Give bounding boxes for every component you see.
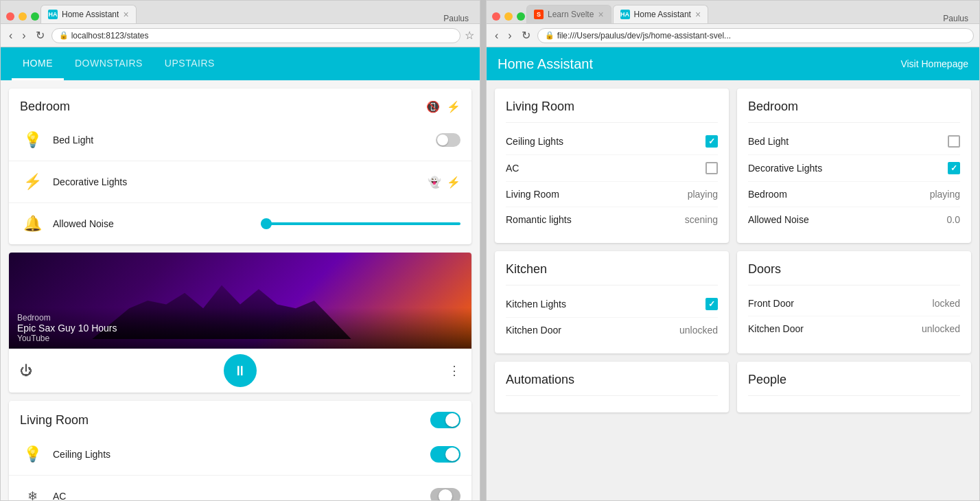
address-bar-left[interactable]: 🔒 localhost:8123/states	[51, 28, 460, 43]
bedroom-play-pause-btn[interactable]: ⏸	[224, 354, 257, 387]
right-browser-window: S Learn Svelte × HA Home Assistant × Pau…	[486, 0, 980, 501]
bolt-icon-small: ⚡	[447, 176, 460, 189]
ha-favicon-right: HA	[620, 10, 630, 19]
bedroom-bolt-icon: ⚡	[447, 100, 460, 113]
user-label-right: Paulus	[937, 14, 974, 23]
ceiling-lights-toggle[interactable]	[430, 446, 460, 463]
tab-label-left: Home Assistant	[62, 10, 119, 19]
url-left: localhost:8123/states	[71, 31, 149, 40]
kitchen-lights-name: Kitchen Lights	[506, 299, 566, 310]
toolbar-icons-left: ☆	[465, 29, 474, 42]
left-browser-chrome: HA Home Assistant × Paulus	[1, 1, 480, 24]
star-icon-left[interactable]: ☆	[465, 29, 474, 42]
br-noise-name: Allowed Noise	[748, 214, 809, 225]
noise-bell-icon: 🔔	[20, 211, 45, 236]
ghost-icon: 👻	[428, 176, 441, 189]
bedroom-title: Bedroom	[20, 100, 70, 114]
people-state-title: People	[748, 373, 960, 396]
allowed-noise-name: Allowed Noise	[53, 218, 253, 229]
kitchen-state-card: Kitchen Kitchen Lights ✓ Kitchen Door un…	[495, 251, 729, 353]
ac-icon: ❄	[20, 484, 45, 500]
svelte-favicon: S	[534, 10, 544, 19]
bedroom-card-left: Bedroom 📵 ⚡ 💡 Bed Light ⚡	[9, 89, 471, 244]
address-bar-right[interactable]: 🔒 file:///Users/paulus/dev/js/home-assis…	[537, 28, 974, 43]
kitchen-door-value: unlocked	[679, 325, 718, 336]
living-room-title: Living Room	[20, 413, 89, 428]
lr-lr-name: Living Room	[506, 189, 559, 200]
br-bed-light-cb[interactable]	[948, 135, 960, 148]
tab-home-assistant-right[interactable]: HA Home Assistant ×	[613, 5, 709, 23]
close-btn-left[interactable]	[6, 12, 14, 21]
br-bedroom-name: Bedroom	[748, 189, 787, 200]
reload-btn-right[interactable]: ↻	[519, 27, 533, 43]
noise-slider[interactable]	[261, 222, 460, 225]
decorative-lights-row: ⚡ Decorative Lights 👻 ⚡	[9, 161, 471, 203]
decorative-lights-icon: ⚡	[20, 170, 45, 194]
bedroom-power-btn[interactable]: ⏻	[20, 364, 32, 378]
bedroom-more-btn[interactable]: ⋮	[448, 363, 460, 378]
nav-home[interactable]: HOME	[12, 48, 64, 80]
states-grid: Living Room Ceiling Lights ✓ AC Living R…	[487, 80, 979, 421]
br-decorative-name: Decorative Lights	[748, 163, 822, 174]
living-room-master-toggle[interactable]	[430, 412, 460, 428]
visit-homepage-link[interactable]: Visit Homepage	[900, 58, 968, 69]
svelte-tab-label: Learn Svelte	[548, 10, 594, 19]
br-bedroom-row: Bedroom playing	[748, 182, 960, 207]
bedroom-media-thumbnail: Bedroom Epic Sax Guy 10 Hours YouTube	[9, 253, 471, 349]
bed-light-toggle[interactable]	[436, 133, 460, 147]
people-state-card: People	[737, 362, 971, 412]
lr-ac-name: AC	[506, 163, 519, 174]
right-browser-toolbar: ‹ › ↻ 🔒 file:///Users/paulus/dev/js/home…	[487, 24, 979, 47]
ha-nav-left: HOME DOWNSTAIRS UPSTAIRS	[12, 48, 226, 80]
tab-close-left[interactable]: ×	[123, 9, 128, 20]
nav-upstairs[interactable]: UPSTAIRS	[154, 48, 226, 80]
maximize-btn-left[interactable]	[31, 12, 39, 21]
forward-btn-left[interactable]: ›	[19, 28, 28, 43]
decorative-lights-name: Decorative Lights	[53, 176, 419, 187]
br-decorative-cb[interactable]: ✓	[948, 162, 960, 174]
back-btn-right[interactable]: ‹	[492, 28, 501, 43]
lr-ac-row: AC	[506, 155, 718, 182]
kitchen-lights-cb[interactable]: ✓	[705, 298, 718, 310]
url-right: file:///Users/paulus/dev/js/home-assista…	[557, 31, 731, 40]
lr-living-room-row: Living Room playing	[506, 182, 718, 207]
ac-toggle[interactable]	[430, 488, 460, 500]
tab-svelte[interactable]: S Learn Svelte ×	[526, 5, 611, 23]
lr-ceiling-lights-row: Ceiling Lights ✓	[506, 128, 718, 155]
lr-ceiling-lights-cb[interactable]: ✓	[705, 135, 718, 148]
svelte-tab-close[interactable]: ×	[598, 9, 603, 20]
kitchen-door-name-2: Kitchen Door	[748, 323, 804, 334]
nav-downstairs[interactable]: DOWNSTAIRS	[64, 48, 154, 80]
back-btn-left[interactable]: ‹	[6, 28, 15, 43]
br-bedroom-value: playing	[930, 189, 960, 200]
window-separator	[480, 0, 486, 501]
ac-row: ❄ AC	[9, 476, 471, 500]
living-room-state-card: Living Room Ceiling Lights ✓ AC Living R…	[495, 89, 729, 243]
close-btn-right[interactable]	[492, 12, 500, 21]
maximize-btn-right[interactable]	[517, 12, 525, 21]
bed-light-icon: 💡	[20, 128, 45, 152]
kitchen-door-name: Kitchen Door	[506, 325, 561, 336]
br-noise-value: 0.0	[947, 214, 960, 225]
reload-btn-left[interactable]: ↻	[33, 27, 47, 43]
minimize-btn-right[interactable]	[504, 12, 513, 21]
ceiling-lights-icon: 💡	[20, 442, 45, 467]
tab-home-assistant-left[interactable]: HA Home Assistant ×	[40, 5, 137, 23]
lr-ac-cb[interactable]	[705, 162, 718, 174]
ha-tab-close-right[interactable]: ×	[695, 9, 701, 20]
lr-ceiling-lights-name: Ceiling Lights	[506, 136, 563, 147]
minimize-btn-left[interactable]	[19, 12, 27, 21]
decorative-lights-actions: 👻 ⚡	[428, 176, 460, 189]
front-door-name: Front Door	[748, 298, 794, 309]
traffic-lights-right	[492, 10, 525, 23]
kitchen-state-title: Kitchen	[506, 262, 718, 286]
lr-romantic-name: Romantic lights	[506, 214, 572, 225]
forward-btn-right[interactable]: ›	[505, 28, 514, 43]
allowed-noise-row: 🔔 Allowed Noise	[9, 203, 471, 244]
lock-icon-left: 🔒	[59, 31, 69, 40]
doors-state-card: Doors Front Door locked Kitchen Door unl…	[737, 251, 971, 353]
kitchen-door-value-2: unlocked	[922, 323, 960, 334]
lr-romantic-row: Romantic lights scening	[506, 207, 718, 232]
bedroom-media-controls: ⏻ ⏸ ⋮	[9, 349, 471, 393]
automations-state-title: Automations	[506, 373, 718, 396]
